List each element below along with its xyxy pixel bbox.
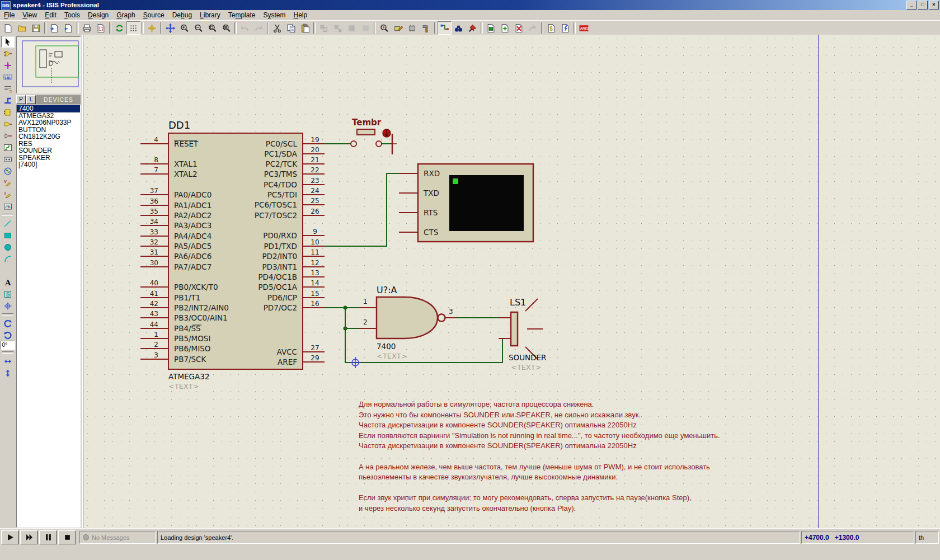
wire-autorouter-button[interactable] — [438, 21, 452, 35]
paste-button[interactable] — [298, 21, 312, 35]
toggle-grid-button[interactable] — [126, 21, 140, 35]
new-sheet-button[interactable] — [498, 21, 512, 35]
menu-system[interactable]: System — [259, 11, 289, 20]
close-button[interactable]: × — [929, 1, 939, 10]
flip-horizontal-button[interactable] — [1, 355, 15, 367]
2d-text-button[interactable]: A — [1, 276, 15, 288]
sounder-ls1[interactable]: LS1SOUNDER<TEXT> — [499, 297, 546, 371]
device-item-CN1812K20G[interactable]: CN1812K20G — [17, 133, 80, 140]
push-button-tembr[interactable]: Tembr — [351, 117, 391, 147]
buses-mode-button[interactable] — [1, 95, 15, 106]
step-button[interactable] — [20, 530, 38, 544]
block-copy-button[interactable] — [317, 21, 331, 35]
2d-symbol-button[interactable]: S — [1, 288, 15, 300]
menu-help[interactable]: Help — [290, 11, 312, 20]
menu-graph[interactable]: Graph — [112, 11, 139, 20]
packaging-tool-button[interactable] — [405, 21, 419, 35]
graph-mode-button[interactable] — [1, 142, 15, 153]
menu-design[interactable]: Design — [84, 11, 112, 20]
property-assignment-button[interactable] — [466, 21, 480, 35]
2d-path-button[interactable] — [1, 265, 15, 276]
2d-arc-button[interactable] — [1, 253, 15, 265]
import-section-button[interactable] — [48, 21, 62, 35]
block-move-button[interactable] — [331, 21, 345, 35]
block-rotate-button[interactable] — [345, 21, 359, 35]
menu-edit[interactable]: Edit — [41, 11, 60, 20]
menu-template[interactable]: Template — [224, 11, 260, 20]
menu-source[interactable]: Source — [139, 11, 168, 20]
save-design-button[interactable] — [29, 21, 43, 35]
pan-button[interactable] — [163, 21, 177, 35]
schematic-canvas[interactable]: DD14RESET8XTAL17XTAL237PA0/ADC036PA1/ADC… — [83, 35, 940, 529]
2d-marker-button[interactable] — [1, 300, 15, 312]
pause-button[interactable] — [39, 530, 57, 544]
zoom-out-button[interactable] — [191, 21, 205, 35]
decompose-button[interactable] — [419, 21, 433, 35]
zoom-all-button[interactable] — [219, 21, 233, 35]
device-item-7400[interactable]: [7400] — [17, 161, 80, 168]
cut-button[interactable] — [270, 21, 284, 35]
pick-devices-button[interactable]: P — [16, 95, 26, 104]
virtual-instruments-mode-button[interactable] — [1, 200, 15, 212]
menu-file[interactable]: File — [0, 11, 18, 20]
wire-label-mode-button[interactable]: LBL — [1, 71, 15, 83]
selection-mode-button[interactable] — [1, 36, 15, 48]
device-pins-mode-button[interactable] — [1, 130, 15, 142]
virtual-terminal[interactable]: RXDTXDRTSCTS — [399, 164, 533, 242]
generator-mode-button[interactable] — [1, 165, 15, 177]
menu-tools[interactable]: Tools — [60, 11, 84, 20]
rotate-clockwise-button[interactable] — [1, 317, 15, 329]
rotation-angle-box[interactable]: 0° — [1, 341, 15, 350]
print-design-button[interactable] — [80, 21, 94, 35]
library-manager-button[interactable]: L — [26, 95, 36, 104]
make-device-button[interactable] — [391, 21, 405, 35]
electrical-rule-check-button[interactable] — [558, 21, 572, 35]
rotate-anticlockwise-button[interactable] — [1, 329, 15, 341]
device-item-SOUNDER[interactable]: SOUNDER — [17, 147, 80, 154]
new-design-button[interactable] — [1, 21, 15, 35]
device-item-AVX1206NP033P[interactable]: AVX1206NP033P — [17, 119, 80, 126]
redo-button[interactable] — [252, 21, 266, 35]
zoom-in-button[interactable] — [177, 21, 191, 35]
menu-view[interactable]: View — [18, 11, 41, 20]
voltage-probe-mode-button[interactable]: V — [1, 177, 15, 189]
goto-sheet-button[interactable] — [526, 21, 540, 35]
subcircuit-mode-button[interactable] — [1, 106, 15, 118]
minimize-button[interactable]: _ — [906, 1, 916, 10]
2d-box-button[interactable] — [1, 229, 15, 241]
component-mode-button[interactable] — [1, 48, 15, 59]
tape-recorder-mode-button[interactable] — [1, 153, 15, 165]
export-section-button[interactable] — [62, 21, 76, 35]
play-button[interactable] — [1, 530, 19, 544]
text-script-mode-button[interactable] — [1, 83, 15, 95]
flip-vertical-button[interactable] — [1, 367, 15, 379]
device-item-7400[interactable]: 7400 — [17, 105, 80, 112]
remove-sheet-button[interactable] — [512, 21, 526, 35]
nand-gate[interactable]: U?:A1237400<TEXT> — [359, 285, 457, 360]
edit-window-preview[interactable] — [16, 36, 81, 93]
terminals-mode-button[interactable] — [1, 118, 15, 130]
stop-button[interactable] — [58, 530, 76, 544]
undo-button[interactable] — [238, 21, 252, 35]
2d-circle-button[interactable] — [1, 241, 15, 253]
menu-library[interactable]: Library — [196, 11, 224, 20]
2d-line-button[interactable] — [1, 218, 15, 229]
netlist-to-ares-button[interactable]: ARES — [577, 21, 591, 35]
schematic-notes[interactable]: Для нормальной работы в симуляторе; част… — [359, 400, 720, 512]
open-design-button[interactable] — [15, 21, 29, 35]
mark-output-area-button[interactable] — [94, 21, 108, 35]
menu-debug[interactable]: Debug — [168, 11, 196, 20]
redraw-button[interactable] — [112, 21, 126, 35]
block-delete-button[interactable] — [359, 21, 373, 35]
zoom-area-button[interactable] — [205, 21, 219, 35]
mcu-atmega32[interactable]: DD14RESET8XTAL17XTAL237PA0/ADC036PA1/ADC… — [140, 119, 325, 390]
origin-button[interactable] — [145, 21, 159, 35]
copy-button[interactable] — [284, 21, 298, 35]
search-tag-button[interactable] — [452, 21, 466, 35]
pick-device-button[interactable] — [377, 21, 391, 35]
ground-terminal[interactable] — [392, 134, 397, 154]
maximize-button[interactable]: □ — [918, 1, 928, 10]
current-probe-mode-button[interactable]: I — [1, 189, 15, 200]
junction-dot-mode-button[interactable] — [1, 59, 15, 71]
bill-of-materials-button[interactable]: $ — [544, 21, 558, 35]
